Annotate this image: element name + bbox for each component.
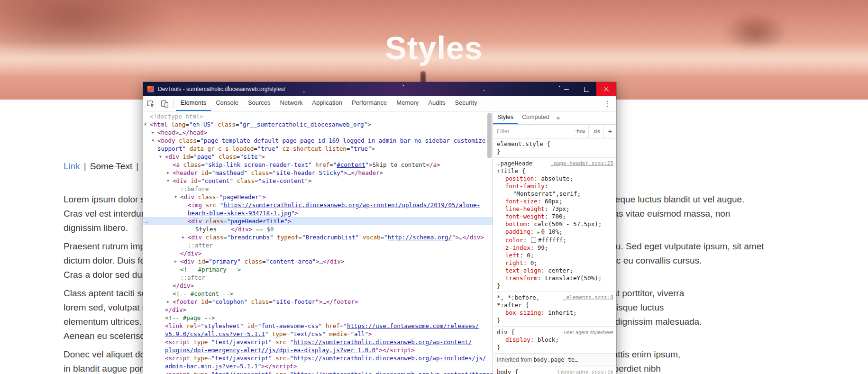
- css-property[interactable]: line-height: 73px;: [497, 205, 613, 213]
- tree-row[interactable]: ▶<div id="primary" class="content-area">…: [143, 257, 493, 265]
- expand-arrow-right-icon[interactable]: ▶: [152, 128, 154, 137]
- pseudo-state-button[interactable]: :hov: [572, 125, 589, 138]
- css-property[interactable]: box-sizing: inherit;: [497, 309, 613, 317]
- class-toggle-button[interactable]: .cls: [588, 125, 603, 138]
- css-property[interactable]: text-align: center;: [497, 267, 613, 274]
- tree-row[interactable]: ▼<html lang="en-US" class="gr__sumtercat…: [143, 120, 493, 128]
- tree-row[interactable]: ▶<footer id="colophon" class="site-foote…: [143, 298, 493, 306]
- maximize-button[interactable]: [576, 82, 596, 96]
- color-swatch[interactable]: [531, 237, 536, 243]
- tab-performance[interactable]: Performance: [347, 96, 392, 111]
- css-property[interactable]: font-weight: 700;: [497, 213, 613, 220]
- css-property[interactable]: left: 0;: [497, 252, 613, 259]
- devtools-toolbar: ElementsConsoleSourcesNetworkApplication…: [143, 96, 616, 111]
- inherited-node-link[interactable]: body.page-te…: [533, 356, 578, 363]
- tree-row[interactable]: <script type="text/javascript" src="http…: [143, 370, 493, 374]
- tree-row[interactable]: <img src="https://sumtercatholic.diocesa…: [143, 201, 493, 209]
- styles-tab-computed[interactable]: Computed: [518, 111, 554, 124]
- tree-row[interactable]: Styles </div> == $0: [143, 225, 493, 233]
- expand-arrow-down-icon[interactable]: ▼: [144, 120, 146, 128]
- tree-row[interactable]: <!-- #content -->: [143, 290, 493, 298]
- tree-row[interactable]: ▼<body class="page-template-default page…: [143, 137, 493, 145]
- more-tabs-icon[interactable]: »: [554, 114, 563, 121]
- elements-scrollbar[interactable]: [487, 113, 492, 158]
- rule-selector[interactable]: user agent stylesheetdiv {: [497, 328, 613, 336]
- css-property[interactable]: bottom: calc(50% - 57.5px);: [497, 220, 613, 228]
- rule-selector[interactable]: _typography.scss:15body {: [497, 368, 613, 374]
- tree-row[interactable]: <!-- #primary -->: [143, 265, 493, 274]
- tree-row[interactable]: ::after: [143, 274, 493, 282]
- tree-row[interactable]: ::before: [143, 185, 493, 193]
- tree-row[interactable]: </div>: [143, 282, 493, 290]
- tab-audits[interactable]: Audits: [423, 96, 450, 111]
- filter-input[interactable]: [493, 128, 572, 135]
- stylesheet-source-link[interactable]: _typography.scss:15: [554, 368, 613, 374]
- expand-shorthand-icon[interactable]: ▶: [538, 230, 540, 235]
- rule-selector[interactable]: element.style {: [497, 140, 613, 148]
- device-toolbar-icon[interactable]: [157, 97, 172, 111]
- tab-application[interactable]: Application: [307, 96, 347, 111]
- tree-row[interactable]: ▼<div id="page" class="site">: [143, 153, 493, 161]
- css-property[interactable]: right: 0;: [497, 259, 613, 267]
- tab-sources[interactable]: Sources: [243, 96, 275, 111]
- tree-row[interactable]: plugins/dpi-emergency-alert//js/dpi-ea-d…: [143, 346, 493, 354]
- expand-arrow-right-icon[interactable]: ▶: [174, 257, 177, 265]
- tree-row[interactable]: </div>: [143, 249, 493, 257]
- css-property[interactable]: transform: translateY(50%);: [497, 274, 613, 282]
- tree-row[interactable]: ▶<head>…</head>: [143, 128, 493, 137]
- tree-row[interactable]: </div>: [143, 306, 493, 314]
- tab-console[interactable]: Console: [211, 96, 243, 111]
- styles-filter-row: :hov .cls +: [493, 125, 616, 138]
- rule-selector[interactable]: rTitle {: [497, 167, 613, 175]
- tree-row[interactable]: <link rel="stylesheet" id="font-awesome-…: [143, 322, 493, 330]
- styles-tab-styles[interactable]: Styles: [493, 111, 518, 124]
- tree-row[interactable]: <a class="skip-link screen-reader-text" …: [143, 161, 493, 169]
- rule-selector[interactable]: *:after {: [497, 301, 613, 309]
- tab-security[interactable]: Security: [450, 96, 482, 111]
- css-property[interactable]: z-index: 99;: [497, 244, 613, 252]
- more-options-icon[interactable]: ⋮: [599, 100, 616, 108]
- tree-row[interactable]: beach-blue-skies-934718-1.jpg">: [143, 209, 493, 217]
- new-style-rule-button[interactable]: +: [603, 125, 616, 138]
- css-property[interactable]: position: absolute;: [497, 175, 613, 182]
- tree-row[interactable]: ::after: [143, 241, 493, 249]
- row-actions-ellipsis: …: [145, 217, 148, 225]
- inspect-element-icon[interactable]: [143, 97, 157, 111]
- css-property[interactable]: padding: ▶0 10%;: [497, 228, 613, 237]
- stylesheet-source-link[interactable]: _elements.scss:8: [563, 294, 613, 301]
- tree-row[interactable]: ▶<header id="masthead" class="site-heade…: [143, 169, 493, 177]
- expand-arrow-down-icon[interactable]: ▼: [174, 193, 177, 201]
- tree-row[interactable]: ▼<div class="pageHeader">: [143, 193, 493, 201]
- inherited-from-header: Inherited from body.page-te…: [493, 354, 616, 366]
- tab-memory[interactable]: Memory: [392, 96, 423, 111]
- tree-row[interactable]: ▼<div id="content" class="site-content">: [143, 177, 493, 185]
- sample-link[interactable]: Link: [64, 161, 80, 171]
- css-property[interactable]: font-family:: [497, 182, 613, 190]
- stylesheet-source-link[interactable]: _page-header.scss:25: [551, 160, 613, 167]
- rule-selector[interactable]: _page-header.scss:25.pageHeade: [497, 160, 613, 167]
- tree-row-selected[interactable]: …<div class="pageHeaderTitle">: [143, 217, 493, 225]
- tab-elements[interactable]: Elements: [176, 96, 211, 111]
- css-property[interactable]: font-size: 60px;: [497, 198, 613, 205]
- tree-row[interactable]: <!doctype html>: [143, 112, 493, 120]
- css-property[interactable]: color: #ffffff;: [497, 237, 613, 244]
- close-button[interactable]: [596, 82, 616, 96]
- css-property[interactable]: display: block;: [497, 336, 613, 344]
- tree-row[interactable]: <script type="text/javascript" src="http…: [143, 354, 493, 362]
- tree-row[interactable]: ▶<div class="breadcrumbs" typeof="Breadc…: [143, 233, 493, 241]
- devtools-titlebar[interactable]: DevTools - sumtercatholic.diocesanweb.or…: [143, 82, 616, 96]
- tree-row[interactable]: admin-bar.min.js?ver=5.1.1"></script>: [143, 362, 493, 370]
- tree-row[interactable]: support" data-gr-c-s-loaded="true" cz-sh…: [143, 145, 493, 153]
- tree-row[interactable]: v5.9.0/css/all.css?ver=5.1.1" type="text…: [143, 330, 493, 338]
- expand-arrow-down-icon[interactable]: ▼: [152, 137, 154, 145]
- minimize-button[interactable]: [557, 82, 576, 96]
- expand-arrow-right-icon[interactable]: ▶: [182, 233, 184, 241]
- rule-selector[interactable]: _elements.scss:8*, *:before,: [497, 294, 613, 301]
- expand-arrow-down-icon[interactable]: ▼: [159, 153, 162, 161]
- expand-arrow-right-icon[interactable]: ▶: [167, 169, 169, 177]
- tree-row[interactable]: <script type="text/javascript" src="http…: [143, 338, 493, 346]
- expand-arrow-right-icon[interactable]: ▶: [167, 298, 169, 306]
- tree-row[interactable]: <!-- #page -->: [143, 314, 493, 322]
- tab-network[interactable]: Network: [275, 96, 308, 111]
- expand-arrow-down-icon[interactable]: ▼: [167, 177, 169, 185]
